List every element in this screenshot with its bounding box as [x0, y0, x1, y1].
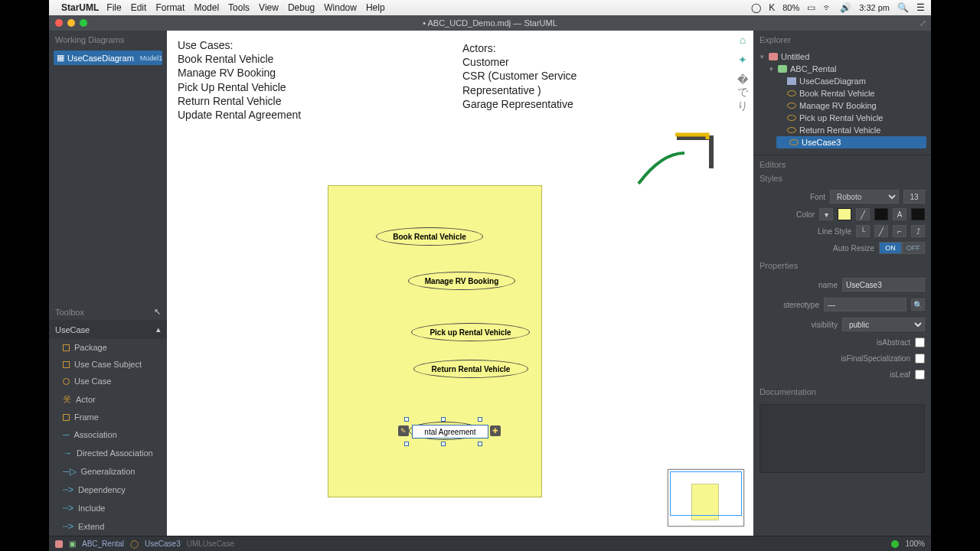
linestyle-2-icon[interactable]: ╱ — [874, 225, 888, 237]
tree-item[interactable]: Manage RV Booking — [776, 99, 926, 112]
working-diagram-tag: Model1 — [140, 54, 163, 62]
status-bar: ▣ ABC_Rental ◯ UseCase3 UMLUseCase 100% — [49, 536, 931, 551]
documentation-title: Documentation — [753, 383, 931, 401]
tool-frame[interactable]: Frame — [49, 409, 167, 425]
toolbox-section[interactable]: UseCase ▴ — [49, 320, 167, 339]
wifi-icon[interactable]: ᯤ — [823, 2, 832, 13]
tool-actor[interactable]: 옷Actor — [49, 390, 167, 409]
cursor-icon[interactable]: ↖ — [154, 307, 161, 317]
association-icon: ─ — [63, 429, 70, 440]
usecase-pickup[interactable]: Pick up Rental Vehicle — [411, 323, 530, 341]
tree-item-selected[interactable]: UseCase3 — [776, 136, 926, 148]
resize-handle[interactable] — [441, 417, 446, 422]
canvas[interactable]: ⌂ ✦ �でり Use Cases: Book Rental Vehicle M… — [167, 31, 753, 536]
usecase-editing[interactable]: ✎ ✚ — [403, 416, 487, 446]
k-icon[interactable]: K — [769, 2, 775, 13]
stereotype-input[interactable] — [824, 298, 906, 311]
expand-icon[interactable]: ⤢ — [920, 18, 926, 28]
minimap-viewport[interactable] — [670, 471, 742, 516]
canvas-home-icon[interactable]: ⌂ — [735, 34, 750, 49]
titlebar[interactable]: • ABC_UCD_Demo.mdj — StarUML ⤢ — [49, 15, 931, 31]
tool-generalization[interactable]: ─▷Generalization — [49, 462, 167, 481]
name-label: name — [760, 281, 838, 289]
menu-tools[interactable]: Tools — [228, 2, 250, 13]
minimize-button[interactable] — [67, 19, 75, 27]
documentation-textarea[interactable] — [760, 404, 925, 473]
menu-view[interactable]: View — [259, 2, 279, 13]
tool-extend[interactable]: ┄>Extend — [49, 517, 167, 536]
linestyle-1-icon[interactable]: └ — [856, 225, 870, 237]
resize-handle[interactable] — [478, 442, 482, 446]
usecase-book[interactable]: Book Rental Vehicle — [376, 227, 483, 246]
tool-association[interactable]: ─Association — [49, 425, 167, 444]
usecase-manage[interactable]: Manage RV Booking — [408, 272, 515, 290]
resize-handle[interactable] — [404, 417, 409, 422]
text-color-swatch[interactable] — [911, 208, 925, 220]
fill-color-swatch[interactable] — [838, 208, 851, 220]
menu-file[interactable]: File — [106, 2, 121, 13]
isfinal-checkbox[interactable] — [915, 354, 925, 364]
tree-diagram[interactable]: UseCaseDiagram — [776, 75, 926, 87]
resize-handle[interactable] — [441, 442, 446, 446]
menu-window[interactable]: Window — [324, 2, 357, 13]
status-model[interactable]: ABC_Rental — [82, 540, 124, 548]
menu-model[interactable]: Model — [194, 2, 219, 13]
isfinal-label: isFinalSpecialization — [760, 354, 910, 363]
text-color-icon[interactable]: A — [893, 208, 906, 220]
editors-title: Editors — [753, 155, 931, 174]
quick-tool-right-icon[interactable]: ✚ — [490, 425, 501, 436]
close-button[interactable] — [55, 19, 63, 27]
tool-package[interactable]: Package — [49, 339, 167, 356]
font-select[interactable]: Roboto — [830, 190, 899, 204]
font-size-input[interactable] — [903, 190, 925, 204]
status-zoom[interactable]: 100% — [905, 540, 925, 548]
tool-include[interactable]: ┄>Include — [49, 499, 167, 517]
status-element[interactable]: UseCase3 — [145, 540, 181, 548]
resize-handle[interactable] — [404, 442, 409, 446]
tool-usecase[interactable]: Use Case — [49, 373, 167, 390]
visibility-select[interactable]: public — [842, 318, 925, 331]
resize-handle[interactable] — [478, 417, 482, 422]
clock[interactable]: 3:32 pm — [859, 3, 890, 12]
name-input[interactable] — [842, 278, 925, 292]
menu-edit[interactable]: Edit — [131, 2, 147, 13]
line-color-swatch[interactable] — [874, 208, 888, 220]
search-icon[interactable]: 🔍 — [911, 298, 925, 311]
menu-icon[interactable]: ☰ — [916, 2, 925, 13]
tool-directed-assoc[interactable]: →Directed Association — [49, 444, 167, 462]
menu-debug[interactable]: Debug — [288, 2, 315, 13]
autoresize-toggle[interactable]: ON OFF — [879, 242, 925, 254]
canvas-share-icon[interactable]: �でり — [735, 73, 750, 89]
minimap[interactable] — [668, 469, 744, 527]
tool-dependency[interactable]: ┄>Dependency — [49, 481, 167, 499]
tree-root[interactable]: ▾Untitled — [758, 51, 926, 63]
toolbox-section-label: UseCase — [55, 325, 90, 334]
working-diagram-item[interactable]: ▦ UseCaseDiagram Model1 — [54, 51, 162, 65]
tree-item[interactable]: Book Rental Vehicle — [776, 87, 926, 99]
tool-usecase-subject[interactable]: Use Case Subject — [49, 356, 167, 373]
sync-icon[interactable]: ◯ — [751, 2, 761, 13]
canvas-target-icon[interactable]: ✦ — [735, 54, 750, 69]
usecase-return[interactable]: Return Rental Vehicle — [413, 360, 528, 378]
tree-model[interactable]: ▾ABC_Rental — [767, 63, 926, 75]
tree-item[interactable]: Return Rental Vehicle — [776, 124, 926, 136]
line-color-icon[interactable]: ╱ — [856, 208, 870, 220]
isleaf-checkbox[interactable] — [915, 370, 925, 380]
maximize-button[interactable] — [80, 19, 87, 27]
isleaf-label: isLeaf — [760, 370, 910, 379]
battery-percent: 80% — [782, 3, 799, 12]
fill-color-icon[interactable]: ▾ — [819, 208, 833, 220]
isabstract-checkbox[interactable] — [915, 337, 925, 347]
volume-icon[interactable]: 🔊 — [840, 2, 851, 13]
isabstract-label: isAbstract — [760, 338, 910, 347]
menu-format[interactable]: Format — [155, 2, 185, 13]
linestyle-4-icon[interactable]: ⤴ — [911, 225, 925, 237]
status-home-icon[interactable] — [55, 540, 63, 548]
usecase-name-input[interactable] — [412, 425, 488, 439]
spotlight-icon[interactable]: 🔍 — [897, 2, 909, 13]
linestyle-3-icon[interactable]: ⌐ — [893, 225, 906, 237]
quick-tool-left-icon[interactable]: ✎ — [398, 425, 409, 436]
menu-help[interactable]: Help — [366, 2, 385, 13]
tree-item[interactable]: Pick up Rental Vehicle — [776, 112, 926, 124]
app-name[interactable]: StarUML — [61, 2, 99, 13]
